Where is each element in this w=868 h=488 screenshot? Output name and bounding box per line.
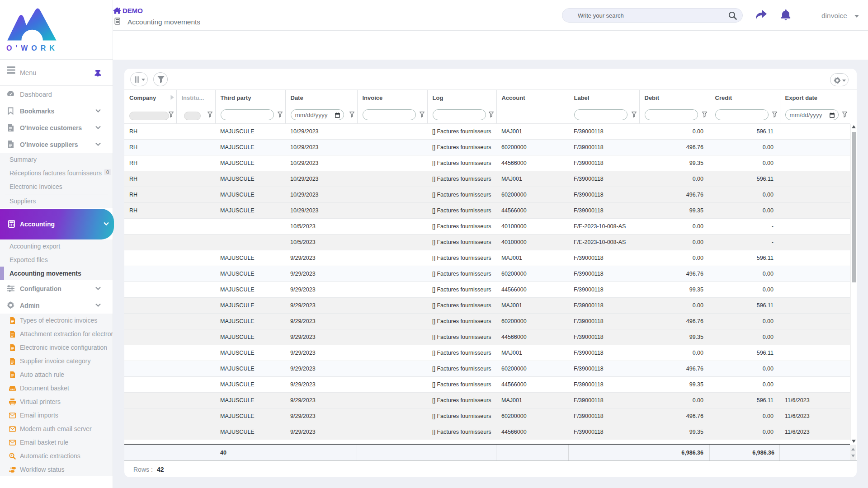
svg-text:O'WORK: O'WORK <box>6 44 58 52</box>
